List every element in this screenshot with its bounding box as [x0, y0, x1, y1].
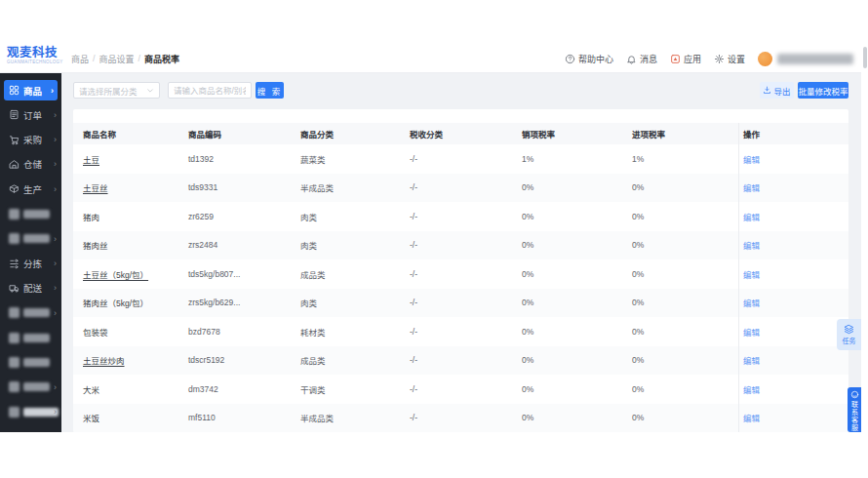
- edit-link[interactable]: 编辑: [743, 412, 760, 423]
- sidebar-item-label: [23, 234, 50, 243]
- col-product-category: 商品分类: [300, 128, 410, 139]
- tax-category: -/-: [410, 154, 522, 164]
- redacted-icon: [9, 381, 20, 392]
- sidebar-item-label: 商品: [23, 84, 42, 98]
- user-menu[interactable]: [758, 52, 853, 66]
- batch-edit-tax-button[interactable]: 批量修改税率: [798, 82, 848, 99]
- tax-category: -/-: [410, 240, 522, 250]
- scrollbar-thumb[interactable]: [863, 47, 867, 68]
- input-tax-rate: 0%: [632, 269, 738, 279]
- tax-category: -/-: [410, 298, 522, 307]
- sidebar-item-label: [23, 334, 50, 342]
- product-category: 肉类: [300, 211, 410, 222]
- sidebar-item[interactable]: 仓储 ›: [0, 152, 61, 177]
- sidebar-item[interactable]: ›: [0, 226, 61, 251]
- product-code: dm3742: [188, 384, 300, 394]
- edit-link[interactable]: 编辑: [743, 354, 760, 366]
- edit-link[interactable]: 编辑: [743, 297, 760, 308]
- table-row: 猪肉丝 zrs2484 肉类 -/- 0% 0% 编辑: [73, 231, 848, 260]
- search-input[interactable]: [168, 82, 252, 99]
- breadcrumb-item[interactable]: 商品设置: [99, 53, 135, 65]
- output-tax-rate: 0%: [522, 182, 632, 192]
- product-name-link[interactable]: 土豆丝炒肉: [83, 356, 125, 366]
- product-name-link[interactable]: 大米: [83, 385, 99, 395]
- input-tax-rate: 0%: [632, 413, 738, 422]
- breadcrumb-item[interactable]: 商品: [71, 53, 89, 65]
- sidebar-item[interactable]: ›: [0, 375, 61, 399]
- breadcrumb-current: 商品税率: [144, 53, 179, 65]
- sidebar-item[interactable]: 配送 ›: [0, 276, 61, 300]
- col-output-tax-rate: 销项税率: [522, 128, 632, 139]
- app-window: 观麦科技 GUANMAITECHNOLOGY 商品 / 商品设置 / 商品税率 …: [0, 44, 861, 432]
- tax-category: -/-: [410, 269, 522, 279]
- sidebar-item[interactable]: ›: [0, 326, 61, 350]
- sidebar-item-label: 订单: [23, 108, 42, 122]
- product-name-link[interactable]: 土豆: [83, 155, 99, 165]
- edit-link[interactable]: 编辑: [743, 326, 760, 338]
- chevron-right-icon: ›: [54, 407, 57, 417]
- warehouse-icon: [9, 159, 20, 170]
- logo-subtitle: GUANMAITECHNOLOGY: [7, 60, 67, 64]
- product-name-link[interactable]: 米饭: [83, 414, 99, 423]
- sidebar-item-label: 生产: [23, 182, 42, 196]
- tax-category: -/-: [410, 327, 522, 337]
- topbar-action-label: 应用: [684, 53, 701, 65]
- page-root: { "header": { "logo": { "title": "观麦科技",…: [0, 0, 868, 478]
- headset-icon: [850, 390, 859, 399]
- chevron-right-icon: ›: [54, 234, 57, 244]
- layers-icon: [844, 324, 854, 335]
- sidebar-item[interactable]: ›: [0, 202, 61, 226]
- topbar-action[interactable]: 设置: [714, 53, 745, 65]
- sidebar-item[interactable]: 分拣 ›: [0, 251, 61, 275]
- edit-link[interactable]: 编辑: [743, 239, 760, 251]
- output-tax-rate: 0%: [522, 212, 632, 221]
- topbar-action[interactable]: 应用: [670, 53, 701, 65]
- edit-link[interactable]: 编辑: [743, 211, 760, 222]
- gear-icon: [714, 54, 725, 64]
- category-select-placeholder: 请选择所属分类: [79, 85, 138, 97]
- category-select[interactable]: 请选择所属分类: [73, 82, 160, 99]
- table-row: 土豆丝 tds9331 半成品类 -/- 0% 0% 编辑: [73, 174, 848, 203]
- edit-link[interactable]: 编辑: [743, 383, 760, 395]
- product-name-link[interactable]: 猪肉: [83, 213, 99, 222]
- product-name-link[interactable]: 土豆丝: [83, 183, 108, 193]
- output-tax-rate: 0%: [522, 355, 632, 365]
- export-button[interactable]: 导出: [760, 82, 794, 99]
- contact-support-tab[interactable]: 联系客服: [848, 387, 861, 432]
- edit-link[interactable]: 编辑: [743, 153, 760, 165]
- topbar-action[interactable]: 帮助中心: [565, 53, 613, 65]
- product-name-link[interactable]: 土豆丝（5kg/包）: [83, 270, 148, 280]
- sidebar-nav: 商品 › 订单 › 采购 › 仓储 › 生产 › › › 分拣 › 配送 › ›: [0, 73, 61, 432]
- sidebar-item[interactable]: ›: [0, 350, 61, 375]
- redacted-icon: [9, 333, 20, 343]
- product-name-link[interactable]: 猪肉丝: [83, 241, 108, 251]
- edit-link[interactable]: 编辑: [743, 181, 760, 193]
- chevron-right-icon: ›: [54, 382, 57, 392]
- sidebar-item[interactable]: ›: [0, 400, 61, 424]
- export-label: 导出: [773, 85, 790, 97]
- sidebar-item[interactable]: ›: [0, 300, 61, 325]
- edit-link[interactable]: 编辑: [743, 268, 760, 280]
- sidebar-item[interactable]: 订单 ›: [0, 102, 61, 127]
- logo[interactable]: 观麦科技 GUANMAITECHNOLOGY: [7, 47, 67, 64]
- product-name-link[interactable]: 包装袋: [83, 328, 108, 338]
- input-tax-rate: 0%: [632, 355, 738, 365]
- chevron-right-icon: ›: [54, 135, 57, 144]
- clipboard-icon: [9, 109, 20, 120]
- sidebar-item[interactable]: 生产 ›: [0, 177, 61, 201]
- table-row: 猪肉 zr6259 肉类 -/- 0% 0% 编辑: [73, 202, 848, 231]
- sidebar-item-label: 采购: [23, 133, 42, 146]
- search-button[interactable]: 搜 索: [256, 82, 284, 99]
- task-panel-button[interactable]: 任务: [837, 319, 861, 350]
- redacted-icon: [9, 233, 20, 244]
- product-name-link[interactable]: 猪肉丝（5kg/包）: [83, 299, 148, 308]
- product-code: td1392: [188, 154, 300, 164]
- topbar-action[interactable]: 消息: [626, 53, 657, 65]
- sidebar-item[interactable]: 采购 ›: [0, 127, 61, 151]
- table-row: 猪肉丝（5kg/包） zrs5kg/b629... 肉类 -/- 0% 0% 编…: [73, 289, 848, 318]
- product-code: tds9331: [188, 182, 300, 192]
- sidebar-item[interactable]: 商品 ›: [4, 80, 58, 100]
- top-bar: 观麦科技 GUANMAITECHNOLOGY 商品 / 商品设置 / 商品税率 …: [0, 44, 861, 73]
- apps-icon: [670, 54, 681, 64]
- redacted-icon: [9, 209, 20, 219]
